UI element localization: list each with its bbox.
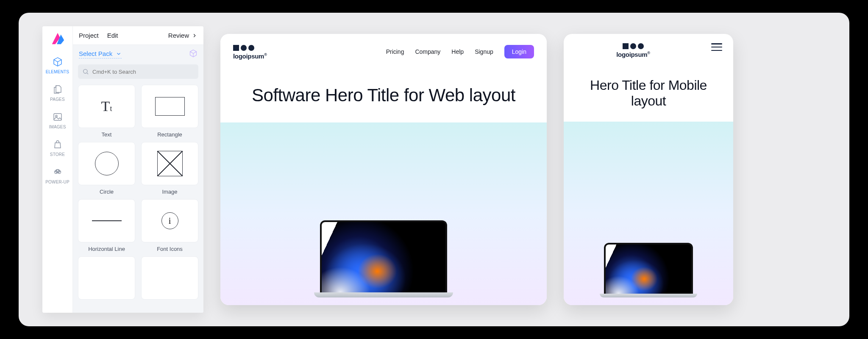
- hamburger-icon[interactable]: [711, 43, 722, 51]
- app-stage: ELEMENTS PAGES IMAGES STORE: [19, 13, 849, 326]
- rail-label: POWER-UP: [45, 180, 70, 184]
- logo-shapes-icon: [623, 43, 644, 49]
- mobile-header: logoipsum®: [564, 34, 733, 58]
- rail-images[interactable]: IMAGES: [42, 107, 72, 134]
- web-preview-canvas[interactable]: logoipsum® Pricing Company Help Signup L…: [220, 34, 547, 305]
- info-glyph-icon: i: [161, 212, 178, 229]
- rail-store[interactable]: STORE: [42, 134, 72, 162]
- element-text[interactable]: Tt Text: [78, 85, 135, 138]
- chevron-right-icon: [192, 33, 198, 39]
- circle-glyph-icon: [95, 152, 119, 175]
- select-pack-dropdown[interactable]: Select Pack: [79, 50, 122, 58]
- logo: logoipsum®: [233, 45, 267, 60]
- element-label: Horizontal Line: [88, 246, 125, 252]
- laptop-illustration: [320, 220, 447, 297]
- element-label: Circle: [100, 189, 114, 195]
- pack-cube-icon[interactable]: [189, 49, 198, 59]
- laptop-illustration: [604, 243, 693, 297]
- rail-elements[interactable]: ELEMENTS: [42, 52, 72, 79]
- menu-review[interactable]: Review: [168, 32, 198, 39]
- rail-label: ELEMENTS: [46, 69, 70, 74]
- element-label: Text: [102, 131, 112, 138]
- bag-icon: [53, 139, 63, 150]
- menu-review-label: Review: [168, 32, 189, 39]
- rail-label: STORE: [50, 152, 65, 157]
- nav-pricing[interactable]: Pricing: [386, 48, 404, 55]
- mobile-preview-canvas[interactable]: logoipsum® Hero Title for Mobile layout: [564, 34, 733, 305]
- text-glyph-icon: Tt: [101, 98, 112, 114]
- search-field[interactable]: [78, 64, 198, 79]
- nav-signup[interactable]: Signup: [475, 48, 493, 55]
- element-rectangle[interactable]: Rectangle: [141, 85, 198, 138]
- element-placeholder[interactable]: [78, 256, 135, 300]
- rectangle-glyph-icon: [155, 97, 185, 116]
- panel-head: Select Pack: [73, 45, 203, 63]
- svg-point-6: [83, 69, 87, 73]
- element-horizontal-line[interactable]: Horizontal Line: [78, 199, 135, 252]
- web-nav: Pricing Company Help Signup Login: [386, 45, 534, 58]
- menu-bar: Project Edit Review: [73, 26, 203, 45]
- image-glyph-icon: [157, 151, 183, 176]
- web-hero-image: [220, 122, 547, 305]
- svg-rect-2: [54, 114, 61, 120]
- element-label: Font Icons: [157, 246, 183, 252]
- logo-word: logoipsum®: [233, 53, 267, 60]
- image-icon: [53, 112, 63, 122]
- mobile-hero-image: [564, 122, 733, 305]
- logo: logoipsum®: [616, 43, 650, 58]
- rail-powerup[interactable]: POWER-UP: [42, 162, 72, 189]
- element-image[interactable]: Image: [141, 142, 198, 195]
- select-pack-label: Select Pack: [79, 50, 112, 57]
- nav-help[interactable]: Help: [451, 48, 464, 55]
- elements-grid: Tt Text Rectangle Circle Image Hor: [73, 83, 203, 305]
- pages-icon: [53, 84, 63, 94]
- menu-edit[interactable]: Edit: [107, 32, 118, 39]
- logo-shapes-icon: [233, 45, 254, 51]
- elements-panel: Project Edit Review Select Pack: [73, 26, 203, 313]
- login-button[interactable]: Login: [504, 45, 534, 58]
- search-input[interactable]: [92, 69, 194, 75]
- element-circle[interactable]: Circle: [78, 142, 135, 195]
- web-header: logoipsum® Pricing Company Help Signup L…: [220, 34, 547, 60]
- chevron-down-icon: [116, 51, 122, 57]
- element-label: Rectangle: [157, 131, 182, 138]
- mobile-hero-title: Hero Title for Mobile layout: [564, 58, 733, 122]
- tool-rail: ELEMENTS PAGES IMAGES STORE: [42, 26, 73, 313]
- element-label: Image: [162, 189, 177, 195]
- element-font-icons[interactable]: i Font Icons: [141, 199, 198, 252]
- menu-project[interactable]: Project: [79, 32, 99, 39]
- app-logo-icon: [50, 31, 66, 47]
- nav-company[interactable]: Company: [415, 48, 440, 55]
- cube-icon: [53, 57, 63, 67]
- element-placeholder[interactable]: [141, 256, 198, 300]
- line-glyph-icon: [92, 220, 122, 221]
- logo-word: logoipsum®: [616, 51, 650, 58]
- rail-pages[interactable]: PAGES: [42, 79, 72, 107]
- editor-window: ELEMENTS PAGES IMAGES STORE: [42, 26, 203, 313]
- rail-label: PAGES: [50, 97, 65, 102]
- rail-label: IMAGES: [49, 125, 66, 129]
- web-hero-title: Software Hero Title for Web layout: [220, 60, 547, 122]
- infinity-icon: [53, 167, 63, 177]
- search-icon: [82, 68, 89, 75]
